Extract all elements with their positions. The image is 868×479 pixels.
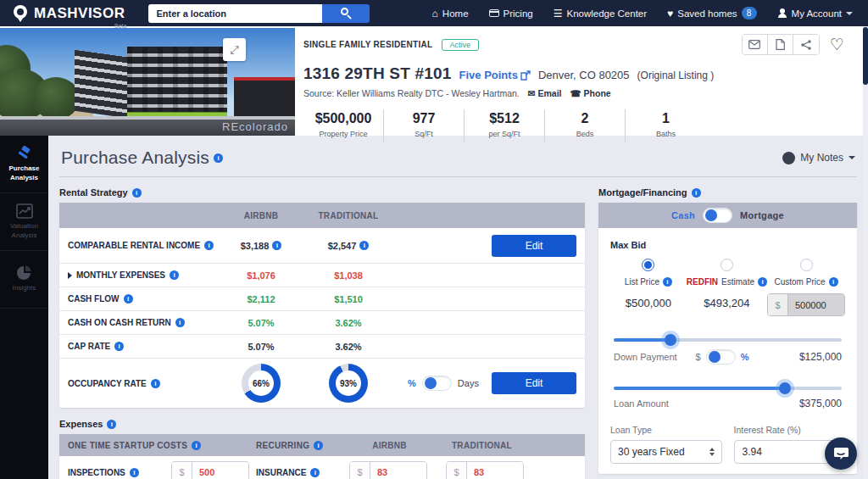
info-icon[interactable] (170, 270, 179, 280)
redfin-estimate-radio[interactable] (721, 259, 733, 271)
email-property-button[interactable] (743, 35, 768, 54)
nav-pricing[interactable]: Pricing (489, 8, 533, 19)
info-icon[interactable] (310, 468, 320, 477)
envelope-icon: ✉ (528, 88, 536, 98)
listing-source: Source: Keller Williams Realty DTC - Wes… (303, 88, 520, 98)
nav-my-account[interactable]: My Account (777, 8, 853, 19)
percent-days-toggle[interactable] (422, 376, 452, 391)
down-payment-slider (614, 338, 842, 342)
pdf-report-button[interactable] (768, 35, 793, 54)
info-icon[interactable] (204, 241, 214, 250)
expense-row-inspections-insurance: INSPECTIONS $ INSURANCE $ $ (59, 456, 585, 479)
rental-strategy-section-label: Rental Strategy (59, 187, 585, 198)
info-icon[interactable] (829, 277, 838, 287)
loan-amount-caption: Loan Amount $375,000 (614, 398, 842, 409)
info-icon[interactable] (359, 241, 369, 250)
info-icon[interactable] (124, 294, 133, 304)
left-sidebar: Purchase Analysis Valuation Analysis Ins… (0, 136, 48, 479)
info-icon[interactable] (758, 277, 767, 287)
favorite-heart-button[interactable]: ♡ (830, 36, 844, 53)
info-icon[interactable] (114, 342, 124, 351)
phone-icon: ☎ (570, 88, 581, 98)
nav-home[interactable]: ⌂ Home (432, 8, 469, 19)
sidebar-item-valuation-analysis[interactable]: Valuation Analysis (0, 193, 48, 251)
expand-photo-button[interactable]: ⤢ (223, 38, 246, 61)
info-icon[interactable] (663, 277, 672, 287)
list-icon: ☰ (554, 8, 563, 19)
page-title: Purchase Analysis (61, 148, 209, 168)
dollar-toggle-label[interactable]: $ (696, 352, 701, 362)
table-row-comparable-rental-income: COMPARABLE RENTAL INCOME $3,188 $2,547 E… (59, 228, 585, 264)
custom-price-radio[interactable] (800, 259, 813, 271)
dollar-percent-toggle[interactable] (706, 349, 736, 365)
inspections-value-input[interactable] (192, 462, 248, 479)
property-info: SINGLE FAMILY RESIDENTIAL Active ♡ (303, 34, 856, 142)
cash-mortgage-toggle[interactable] (703, 208, 732, 223)
info-icon[interactable] (214, 153, 223, 163)
chat-widget-button[interactable] (825, 437, 857, 470)
insurance-traditional-value-input[interactable] (467, 462, 523, 479)
property-header: REcolorado ⤢ SINGLE FAMILY RESIDENTIAL A… (0, 26, 868, 136)
down-payment-slider-handle[interactable] (665, 334, 676, 346)
interest-rate-label: Interest Rate (%) (734, 425, 846, 435)
custom-price-value-input[interactable] (788, 294, 844, 315)
info-icon[interactable] (107, 420, 116, 429)
expand-row-icon[interactable] (68, 272, 72, 279)
property-photo[interactable]: REcolorado ⤢ (0, 28, 295, 136)
edit-occupancy-button[interactable]: Edit (492, 372, 576, 394)
phone-agent-link[interactable]: ☎ Phone (570, 88, 611, 98)
nav-saved-homes[interactable]: ♥ Saved homes 8 (667, 7, 756, 19)
status-badge: Active (442, 39, 480, 51)
nav-knowledge-center[interactable]: ☰ Knowledge Center (554, 8, 647, 19)
edit-rental-income-button[interactable]: Edit (492, 235, 576, 257)
pie-chart-icon (16, 265, 33, 281)
percent-toggle-label[interactable]: % (408, 378, 416, 388)
scrollbar-thumb[interactable] (863, 27, 868, 85)
insurance-airbnb-value-input[interactable] (370, 462, 426, 479)
home-icon: ⌂ (432, 8, 438, 19)
property-type-label: SINGLE FAMILY RESIDENTIAL (303, 40, 433, 49)
mortgage-toggle-label[interactable]: Mortgage (740, 210, 784, 220)
notes-icon (782, 152, 795, 164)
list-price-radio[interactable] (642, 259, 654, 271)
max-bid-label: Max Bid (610, 240, 845, 250)
loan-amount-slider-handle[interactable] (779, 382, 791, 394)
sidebar-item-insights[interactable]: Insights (0, 251, 48, 309)
loan-amount-slider (614, 387, 842, 390)
max-bid-option-custom-price: Custom Price $ (767, 259, 845, 316)
search-input[interactable] (148, 4, 322, 23)
info-icon[interactable] (130, 468, 139, 477)
info-icon[interactable] (314, 441, 323, 450)
info-icon[interactable] (692, 188, 701, 198)
property-address: 1316 29TH ST #101 (303, 64, 452, 83)
neighborhood-link[interactable]: Five Points (459, 69, 531, 81)
chevron-down-icon (849, 156, 855, 159)
info-icon[interactable] (272, 241, 281, 250)
info-icon[interactable] (132, 188, 142, 198)
cash-toggle-label[interactable]: Cash (671, 210, 695, 220)
info-icon[interactable] (175, 318, 185, 327)
percent-toggle-label[interactable]: % (741, 352, 749, 362)
table-row-monthly-expenses[interactable]: MONTHLY EXPENSES $1,076 $1,038 (59, 264, 585, 287)
insurance-traditional-input: $ (446, 461, 524, 479)
document-icon (776, 39, 785, 50)
loan-type-select[interactable]: 30 years Fixed (610, 440, 722, 464)
table-row-cap-rate: CAP RATE 5.07% 3.62% (59, 335, 585, 359)
gavel-icon (16, 146, 33, 161)
sidebar-item-purchase-analysis[interactable]: Purchase Analysis (0, 136, 48, 193)
heart-outline-icon: ♡ (830, 36, 844, 53)
info-icon[interactable] (192, 441, 201, 450)
stepper-icon (709, 448, 715, 456)
mortgage-financing-section-label: Mortgage/Financing (598, 187, 857, 198)
days-toggle-label[interactable]: Days (458, 378, 479, 388)
my-notes-dropdown[interactable]: My Notes (782, 152, 855, 164)
email-agent-link[interactable]: ✉ Email (528, 88, 562, 98)
mashvisor-logo[interactable]: MASHVISOR Beta (12, 5, 125, 22)
search-button[interactable] (322, 4, 370, 23)
share-button[interactable] (793, 35, 819, 54)
down-payment-amount: $125,000 (799, 351, 842, 363)
scrollbar-track[interactable] (863, 26, 868, 479)
column-header-airbnb: AIRBNB (349, 441, 430, 450)
header-action-group (742, 34, 820, 55)
info-icon[interactable] (151, 379, 160, 388)
